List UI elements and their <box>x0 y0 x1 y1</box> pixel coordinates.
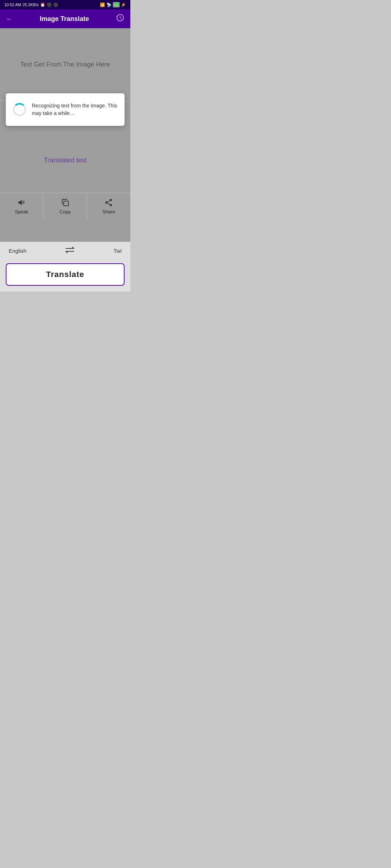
copy-icon <box>61 198 70 207</box>
alarm-icon: ⏰ <box>40 3 45 7</box>
svg-line-9 <box>108 201 110 202</box>
battery-indicator: 62 <box>113 2 119 7</box>
svg-point-8 <box>110 204 112 206</box>
source-language-label[interactable]: English <box>9 248 26 254</box>
speak-label: Speak <box>15 209 28 214</box>
dialog-message: Recognizing text from the Image. This ma… <box>32 102 117 117</box>
loading-dialog: Recognizing text from the Image. This ma… <box>6 93 125 126</box>
copy-button[interactable]: Copy <box>43 193 87 220</box>
svg-rect-5 <box>64 201 68 206</box>
status-time: 10:52 AM <box>4 3 21 7</box>
main-content: Text Get From The Image Here Select Imag… <box>0 28 130 242</box>
charging-icon: ⚡ <box>121 3 126 7</box>
svg-point-6 <box>110 199 112 201</box>
loading-dialog-overlay: Recognizing text from the Image. This ma… <box>0 93 130 126</box>
app-icon-1: ⚫ <box>47 3 52 7</box>
status-network: 25.3KB/s <box>22 3 39 7</box>
image-text-area: Text Get From The Image Here <box>0 28 130 101</box>
swap-languages-button[interactable] <box>65 246 75 255</box>
app-icon-2: ⚫ <box>53 3 58 7</box>
svg-marker-4 <box>18 200 22 205</box>
loading-spinner <box>13 103 26 116</box>
translate-button-container: Translate <box>0 260 130 292</box>
status-right: 📶 📡 62 ⚡ <box>100 2 126 7</box>
translate-button[interactable]: Translate <box>6 263 125 286</box>
copy-label: Copy <box>60 209 71 214</box>
back-button[interactable]: ← <box>6 15 13 23</box>
history-button[interactable] <box>116 13 125 24</box>
speak-button[interactable]: Speak <box>0 193 43 220</box>
svg-line-10 <box>108 203 110 205</box>
share-label: Share <box>102 209 115 214</box>
history-icon <box>116 13 125 22</box>
image-text-placeholder: Text Get From The Image Here <box>20 61 110 68</box>
wifi-icon: 📡 <box>106 3 112 7</box>
app-bar: ← Image Translate <box>0 9 130 28</box>
swap-arrows-icon <box>65 246 75 254</box>
share-button[interactable]: Share <box>87 193 130 220</box>
status-left: 10:52 AM 25.3KB/s ⏰ ⚫ ⚫ <box>4 3 58 7</box>
speaker-icon <box>17 198 26 207</box>
app-title: Image Translate <box>40 15 89 23</box>
language-bar: English Twi <box>0 242 130 260</box>
bottom-action-row: Speak Copy Share <box>0 193 130 220</box>
translated-text-placeholder: Translated text <box>44 157 87 164</box>
svg-point-7 <box>105 201 108 204</box>
signal-icon: 📶 <box>100 3 105 7</box>
share-icon <box>104 198 113 207</box>
translated-text-area: Translated text <box>0 128 130 193</box>
target-language-label[interactable]: Twi <box>113 248 122 254</box>
status-bar: 10:52 AM 25.3KB/s ⏰ ⚫ ⚫ 📶 📡 62 ⚡ <box>0 0 130 9</box>
